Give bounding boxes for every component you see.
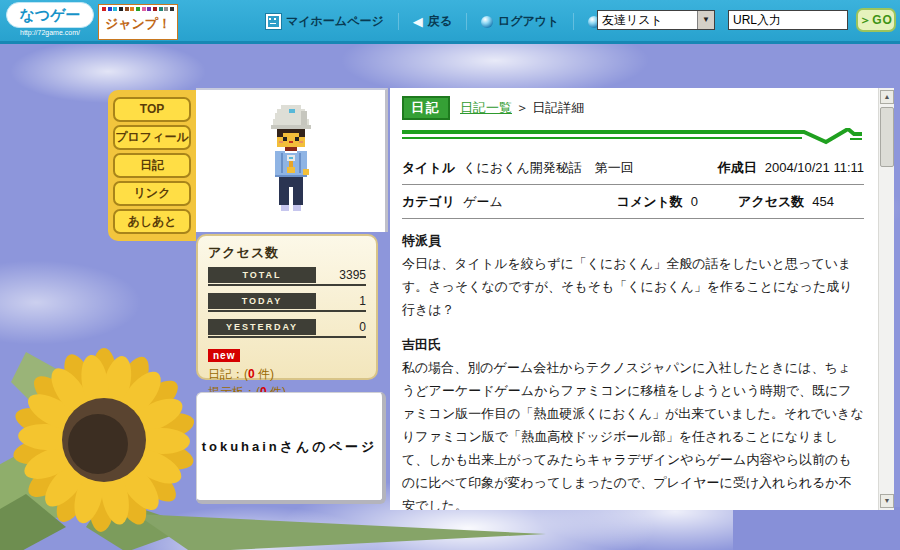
friend-list-select[interactable]: 友達リスト ▼ <box>597 10 715 30</box>
diary-content-panel: 日記 日記一覧 ＞ 日記詳細 タイトル くにおくん開発秘話 第一回 作成日 20… <box>390 88 878 510</box>
scrollbar-thumb[interactable] <box>880 107 894 167</box>
url-input[interactable] <box>728 10 848 30</box>
access-row-yesterday: YESTERDAY 0 <box>208 319 366 338</box>
site-logo[interactable]: なつゲー http://72game.com/ <box>6 2 94 36</box>
diary-notice[interactable]: 日記：(0 件) <box>208 365 366 383</box>
nav-back-label: 戻る <box>428 13 452 30</box>
back-arrow-icon: ◀ <box>413 14 423 29</box>
access-label: アクセス数 <box>738 193 804 211</box>
access-count-panel: アクセス数 TOTAL 3395 TODAY 1 YESTERDAY 0 new… <box>196 234 378 380</box>
select-dropdown-arrow-icon[interactable]: ▼ <box>697 11 714 29</box>
category-label: カテゴリ <box>402 193 455 211</box>
reporter-avatar <box>265 105 317 217</box>
total-badge: TOTAL <box>208 267 316 283</box>
diary-header-row: 日記 日記一覧 ＞ 日記詳細 <box>402 96 864 120</box>
category-value: ゲーム <box>463 193 503 211</box>
speaker-name: 特派員 <box>402 229 864 252</box>
meta-row-category: カテゴリ ゲーム コメント数 0 アクセス数 454 <box>402 185 864 219</box>
diary-notice-suffix: 件) <box>255 367 274 381</box>
created-value: 2004/10/21 11:11 <box>765 160 864 175</box>
access-value: 454 <box>812 194 834 209</box>
site-logo-url: http://72game.com/ <box>6 29 94 36</box>
content-scrollbar[interactable]: ▲ ▼ <box>878 88 894 510</box>
logout-sphere-icon <box>481 16 493 28</box>
meta-row-title: タイトル くにおくん開発秘話 第一回 作成日 2004/10/21 11:11 <box>402 151 864 185</box>
access-count-title: アクセス数 <box>208 244 366 262</box>
sidebar-item-profile[interactable]: プロフィール <box>113 125 191 150</box>
title-label: タイトル <box>402 159 455 177</box>
breadcrumb: 日記一覧 ＞ 日記詳細 <box>460 99 584 117</box>
breadcrumb-separator: ＞ <box>516 100 529 115</box>
avatar-panel <box>196 88 388 232</box>
interview-entry: 吉田氏 私の場合、別のゲーム会社からテクノスジャパンに入社したときには、ちょうど… <box>402 333 864 510</box>
green-divider-rule <box>402 128 862 145</box>
myhomepage-icon <box>266 14 281 29</box>
diary-body: 特派員 今日は、タイトルを絞らずに「くにおくん」全般の話をしたいと思っています。… <box>402 229 864 510</box>
diary-section-badge: 日記 <box>402 96 450 120</box>
speaker-name: 吉田氏 <box>402 333 864 356</box>
sidebar-item-diary[interactable]: 日記 <box>113 153 191 178</box>
total-value: 3395 <box>316 268 366 282</box>
today-badge: TODAY <box>208 293 316 309</box>
comments-label: コメント数 <box>617 193 683 211</box>
today-value: 1 <box>316 294 366 308</box>
jump-button[interactable]: ジャンプ！ <box>98 4 178 40</box>
nav-logout[interactable]: ログアウト <box>466 13 573 30</box>
top-header-bar: なつゲー http://72game.com/ ジャンプ！ マイホームページ ◀… <box>0 0 900 44</box>
jump-button-label: ジャンプ！ <box>99 11 177 37</box>
yesterday-value: 0 <box>316 320 366 334</box>
site-logo-title: なつゲー <box>6 2 94 28</box>
go-button[interactable]: ＞GO <box>856 8 896 32</box>
nav-myhomepage[interactable]: マイホームページ <box>252 13 398 30</box>
diary-notice-label: 日記：( <box>208 367 248 381</box>
nav-myhomepage-label: マイホームページ <box>286 13 384 30</box>
breadcrumb-diary-list-link[interactable]: 日記一覧 <box>460 100 512 115</box>
diary-notice-count: 0 <box>248 367 255 381</box>
access-row-today: TODAY 1 <box>208 293 366 312</box>
go-chevron-icon: ＞ <box>859 13 872 27</box>
interview-entry: 特派員 今日は、タイトルを絞らずに「くにおくん」全般の話をしたいと思っています。… <box>402 229 864 321</box>
yesterday-badge: YESTERDAY <box>208 319 316 335</box>
scroll-down-button[interactable]: ▼ <box>880 494 894 508</box>
scroll-up-button[interactable]: ▲ <box>880 90 894 104</box>
nav-logout-label: ログアウト <box>498 13 559 30</box>
sidebar-menu: TOP プロフィール 日記 リンク あしあと <box>108 90 196 241</box>
nav-back[interactable]: ◀ 戻る <box>398 13 466 30</box>
background-solid-patch <box>733 507 900 550</box>
new-badge: new <box>208 349 240 362</box>
breadcrumb-current: 日記詳細 <box>532 100 584 115</box>
sidebar-item-top[interactable]: TOP <box>113 97 191 122</box>
sidebar-item-footprints[interactable]: あしあと <box>113 209 191 234</box>
go-button-label: GO <box>872 13 893 27</box>
created-label: 作成日 <box>718 159 757 177</box>
owner-panel: tokuhainさんのページ <box>196 392 386 504</box>
comments-value: 0 <box>691 194 698 209</box>
entry-text: 今日は、タイトルを絞らずに「くにおくん」全般の話をしたいと思っています。さっそく… <box>402 252 864 321</box>
header-nav: マイホームページ ◀ 戻る ログアウト ヘルプ <box>252 13 656 30</box>
access-row-total: TOTAL 3395 <box>208 267 366 286</box>
sidebar-item-links[interactable]: リンク <box>113 181 191 206</box>
owner-page-label: tokuhainさんのページ <box>202 438 378 456</box>
diary-title: くにおくん開発秘話 第一回 <box>463 159 634 177</box>
friend-list-selected-value: 友達リスト <box>598 12 697 29</box>
entry-text: 私の場合、別のゲーム会社からテクノスジャパンに入社したときには、ちょうどアーケー… <box>402 356 864 510</box>
